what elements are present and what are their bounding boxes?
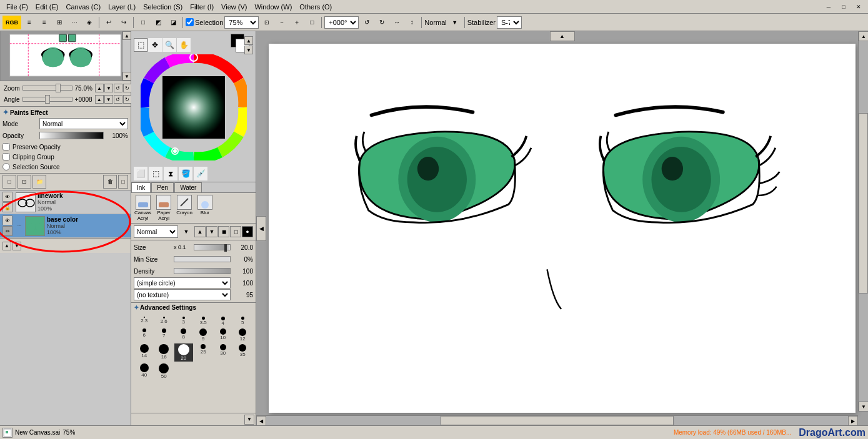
color-wheel-container[interactable] [141,54,247,160]
brush-size-20[interactable]: 20 [174,343,193,362]
canvas-scroll-up[interactable]: ▲ [550,31,575,41]
select-rect-tool[interactable]: ⬜ [134,167,147,180]
preserve-opacity-checkbox[interactable] [2,143,10,150]
brush-size-3[interactable]: 3 [174,316,193,327]
brush-tab-water[interactable]: Water [174,182,202,192]
layer-delete[interactable]: 🗑 [103,175,117,189]
zoom-btn2[interactable]: ＋ [290,16,304,29]
brush-size-5[interactable]: 5 [234,316,252,327]
shape-select[interactable]: (simple circle) [134,277,231,289]
brush-size-50[interactable]: 50 [155,363,174,380]
brush-size-9[interactable]: 9 [194,328,213,342]
brush-size-14[interactable]: 14 [135,343,154,362]
zoom-fit[interactable]: ⊡ [260,16,274,29]
menu-others[interactable]: Others (O) [296,2,336,12]
vscroll-up-btn[interactable]: ▲ [859,31,868,41]
rotate-left[interactable]: ↺ [360,16,374,29]
zoom-btn3[interactable]: □ [305,16,319,29]
middle-scroll-btn[interactable]: ▼ [244,415,254,425]
canvas-hscrollbar[interactable]: ◀ ▶ [256,415,858,425]
angle-down-btn[interactable]: ▼ [104,95,113,104]
brush-canvas-acryl[interactable]: Canvas Acryl [132,194,153,222]
brush-size-30[interactable]: 30 [214,343,232,362]
lasso-tool[interactable]: ⬚ [134,38,147,52]
vscroll-track[interactable] [859,41,868,402]
canvas-scroll-left[interactable]: ◀ [256,216,266,241]
brush-size-8[interactable]: 8 [174,328,193,342]
selection-source-radio[interactable] [2,163,10,170]
brush-size-3.5[interactable]: 3.5 [194,316,213,327]
vscroll-down-btn[interactable]: ▼ [859,402,868,412]
brush-size-6[interactable]: 6 [135,328,154,342]
layer-more[interactable]: □ [118,175,128,189]
minimize-button[interactable]: ─ [822,2,836,12]
shape-btn-3[interactable]: ◼ [218,226,229,237]
size-bar[interactable] [194,244,231,250]
menu-view[interactable]: View (V) [217,2,251,12]
mode-btn[interactable]: ▼ [448,16,462,29]
flip-v[interactable]: ↕ [405,16,419,29]
density-bar[interactable] [174,268,231,274]
toolbar-list1[interactable]: ≡ [22,16,36,29]
toolbar-redo[interactable]: ↪ [117,16,131,29]
menu-canvas[interactable]: Canvas (C) [62,2,105,12]
shape-btn-1[interactable]: ▲ [194,226,206,237]
hscroll-thumb[interactable] [441,416,673,425]
toolbar-btn2[interactable]: ◩ [151,16,165,29]
zoom-btn1[interactable]: － [275,16,289,29]
vscroll-thumb[interactable] [859,113,868,293]
toolbar-diamond[interactable]: ◈ [82,16,96,29]
shape-btn-5[interactable]: ● [242,226,253,237]
menu-filter[interactable]: Filter (I) [186,2,217,12]
brush-size-7[interactable]: 7 [155,328,174,342]
preview-scroll-down[interactable]: ▼ [122,72,131,81]
layer-item-linework[interactable]: 👁 🔒 linework Normal [0,190,131,214]
color-up-btn[interactable]: ▲ [244,36,253,45]
brush-size-2.6[interactable]: 2.6 [155,316,174,327]
layer-lock-linework[interactable]: 🔒 [2,202,12,212]
brush-crayon[interactable]: Crayon [174,194,194,222]
canvas-vscrollbar[interactable]: ▲ ▼ [858,31,868,412]
brush-size-35[interactable]: 35 [234,343,252,362]
brush-tab-ink[interactable]: Ink [131,182,151,192]
brush-size-2.3[interactable]: 2.3 [135,316,154,327]
toolbar-grid[interactable]: ⊞ [52,16,66,29]
menu-file[interactable]: File (F) [2,2,32,12]
menu-layer[interactable]: Layer (L) [104,2,139,12]
toolbar-dots[interactable]: ⋯ [67,16,81,29]
clipping-group-checkbox[interactable] [2,153,10,160]
hscroll-left-btn[interactable]: ◀ [256,416,266,425]
hscroll-track[interactable] [266,416,848,425]
brush-paper-acryl[interactable]: Paper Acryl [154,194,173,222]
layer-item-basecolor[interactable]: 👁 ✏ ··· [0,214,131,238]
shape-btn-2[interactable]: ▼ [206,226,217,237]
layer-new-raster[interactable]: □ [2,175,16,189]
color-wheel-svg[interactable] [141,54,247,160]
brush-size-10[interactable]: 10 [214,328,232,342]
hand-tool[interactable]: ✋ [177,38,191,52]
zoom-rotate2[interactable]: ↻ [123,84,132,92]
zoom-slider[interactable] [22,86,72,91]
zoom-tool[interactable]: 🔍 [162,38,176,52]
brush-size-16[interactable]: 16 [155,343,174,362]
rotate-right[interactable]: ↻ [375,16,389,29]
canvas-area[interactable]: ◀ ▲ [256,31,868,425]
close-button[interactable]: ✕ [852,2,866,12]
layer-new-folder[interactable]: 📁 [32,175,46,189]
move-tool[interactable]: ✥ [148,38,162,52]
brush-blur[interactable]: Blur [196,194,214,222]
maximize-button[interactable]: □ [837,2,851,12]
toolbar-btn1[interactable]: □ [136,16,150,29]
brush-mode-select[interactable]: Normal Multiply [134,225,178,238]
toolbar-undo[interactable]: ↩ [102,16,116,29]
brush-size-25[interactable]: 25 [194,343,213,362]
brush-tab-pen[interactable]: Pen [151,182,174,192]
texture-select[interactable]: (no texture) [134,289,231,300]
hscroll-right-btn[interactable]: ▶ [848,416,858,425]
mode-select[interactable]: Normal Multiply Screen [39,118,128,129]
preview-scroll-up[interactable]: ▲ [122,31,131,40]
stabilizer-select[interactable]: S-7 S-1 S-3 S-5 [497,16,522,29]
magic-wand-tool[interactable]: ⧗ [164,167,177,180]
layer-new-vector[interactable]: ⊡ [17,175,31,189]
selection-checkbox[interactable] [186,18,194,26]
